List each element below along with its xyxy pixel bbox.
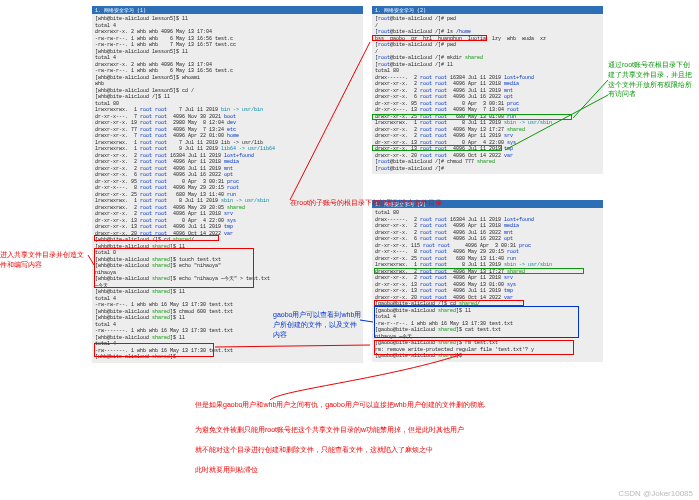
annotation-para4: 此时就要用到粘滞位 bbox=[195, 465, 615, 475]
highlight-shared-dir bbox=[372, 114, 572, 120]
terminal-gaobo: 1. 网络安全学习 (2) total 80drwx------. 2 root… bbox=[370, 198, 605, 364]
watermark: CSDN @Joker10085 bbox=[618, 489, 693, 498]
terminal-header: 1. 网络安全学习 (1) bbox=[92, 6, 363, 14]
annotation-para2: 为避免文件被删只能用root账号把这个共享文件目录的w功能禁用掉，但是此时其他用… bbox=[195, 425, 615, 435]
annotation-mid: 在root的子账号的根目录下都能看到这个文件目录 bbox=[290, 198, 590, 208]
highlight-shared-gaobo bbox=[374, 268, 584, 274]
highlight-rm-test bbox=[374, 340, 574, 355]
annotation-left: 进入共享文件目录并创造文件和编写内容 bbox=[0, 250, 88, 270]
highlight-cat-view bbox=[374, 306, 579, 338]
annotation-right: 通过root账号在根目录下创建了共享文件目录，并且把这个文件开放所有权限给所有访… bbox=[608, 60, 696, 99]
annotation-para1: 但是如果gaobo用户和whb用户之间有仇，gaobo用户可以直接把whb用户创… bbox=[195, 400, 615, 410]
highlight-touch-echo bbox=[94, 248, 254, 288]
highlight-mkdir bbox=[372, 35, 487, 41]
annotation-gaobo-view: gaobo用户可以查看到whb用户所创建的文件，以及文件内容 bbox=[273, 310, 363, 339]
highlight-ll-result bbox=[94, 343, 214, 357]
annotation-para3: 就不能对这个目录进行创建和删除文件，只能查看文件，这就陷入了麻烦之中 bbox=[195, 445, 615, 455]
terminal-line: [root@bite-alicloud /]# bbox=[375, 166, 600, 173]
terminal-header: 1. 网络安全学习 (2) bbox=[372, 6, 603, 14]
highlight-chmod bbox=[372, 145, 502, 151]
highlight-cd-shared bbox=[94, 235, 219, 241]
terminal-content: total 80drwx------. 2 root root 16384 Ju… bbox=[372, 208, 603, 362]
